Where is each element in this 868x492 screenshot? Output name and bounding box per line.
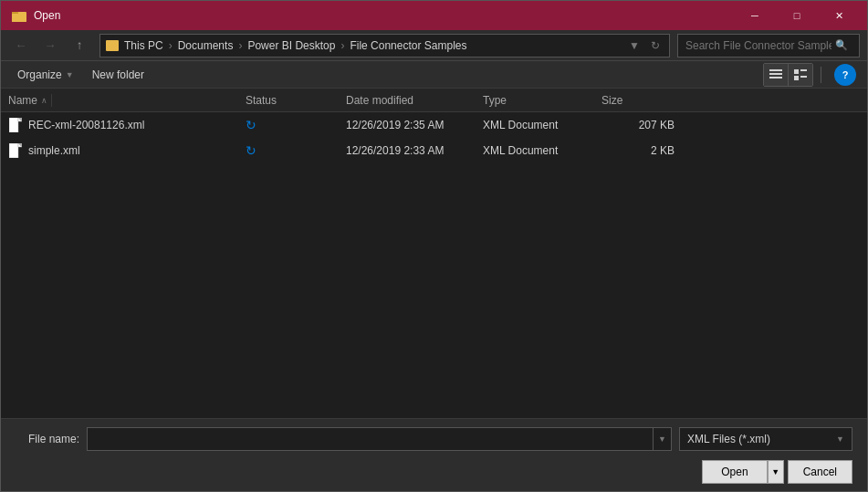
file-area: Name ∧ Status Date modified Type Size [1,89,867,418]
maximize-button[interactable]: □ [776,1,818,30]
svg-rect-2 [12,14,26,22]
breadcrumb-this-pc: This PC [124,39,163,52]
xml-file-icon [9,118,22,132]
back-button[interactable]: ← [8,34,34,58]
file-list: REC-xml-20081126.xml ↻ 12/26/2019 2:35 A… [1,112,867,418]
details-view-button[interactable] [789,64,812,86]
file-name-2: simple.xml [28,144,246,157]
breadcrumb-documents: Documents [178,39,234,52]
new-folder-button[interactable]: New folder [87,67,150,83]
svg-rect-5 [769,77,782,79]
svg-rect-10 [9,118,18,132]
sync-icon-1: ↻ [246,118,256,132]
svg-rect-9 [800,76,807,78]
search-input[interactable] [685,39,831,52]
file-icon-2 [8,143,23,158]
col-divider-1 [51,94,52,107]
filename-input[interactable] [88,428,653,450]
filename-label: File name: [16,433,79,445]
search-box[interactable]: 🔍 [677,34,860,58]
svg-rect-3 [769,69,782,71]
action-bar-divider [821,67,821,83]
organize-chevron-icon: ▼ [66,70,74,79]
close-button[interactable]: ✕ [818,1,860,30]
buttons-row: Open ▼ Cancel [16,460,852,484]
svg-rect-6 [794,69,799,74]
view-toggle-group [763,63,813,87]
refresh-button[interactable]: ↻ [647,39,664,52]
breadcrumb-samples: File Connector Samples [350,39,466,52]
breadcrumb-bar[interactable]: This PC › Documents › Power BI Desktop ›… [99,34,670,58]
file-header: Name ∧ Status Date modified Type Size [1,89,867,112]
action-bar: Organize ▼ New folder [1,61,867,89]
col-header-size[interactable]: Size [601,94,675,107]
filetype-select[interactable]: XML Files (*.xml) ▼ [679,427,852,451]
details-view-icon [794,69,807,80]
filetype-text: XML Files (*.xml) [687,433,770,445]
breadcrumb-dropdown[interactable]: ▼ [625,39,643,52]
folder-icon [106,40,119,51]
title-controls: ─ □ ✕ [734,1,860,30]
table-row[interactable]: REC-xml-20081126.xml ↻ 12/26/2019 2:35 A… [1,112,867,138]
filename-input-wrap: ▼ [87,427,672,451]
filename-row: File name: ▼ XML Files (*.xml) ▼ [16,427,852,451]
svg-rect-8 [794,76,799,80]
file-date-2: 12/26/2019 2:33 AM [346,144,483,157]
filetype-chevron-icon: ▼ [836,434,844,444]
filename-dropdown-button[interactable]: ▼ [653,428,671,450]
forward-button[interactable]: → [37,34,63,58]
col-header-name[interactable]: Name ∧ [8,94,246,107]
title-bar: Open ─ □ ✕ [1,1,867,30]
open-button[interactable]: Open [702,460,767,484]
minimize-button[interactable]: ─ [734,1,776,30]
file-type-2: XML Document [483,144,601,157]
col-header-type[interactable]: Type [483,94,601,107]
organize-button[interactable]: Organize ▼ [12,67,79,83]
file-size-1: 207 KB [601,119,675,131]
cancel-button[interactable]: Cancel [788,460,852,484]
sort-arrow-icon: ∧ [41,96,47,105]
file-type-1: XML Document [483,119,601,131]
svg-rect-7 [800,69,807,71]
table-row[interactable]: simple.xml ↻ 12/26/2019 2:33 AM XML Docu… [1,138,867,163]
title-folder-icon [12,9,26,22]
list-view-icon [769,69,782,80]
file-status-1: ↻ [246,118,346,132]
open-dialog: Open ─ □ ✕ ← → ↑ This PC › Documents › P… [0,0,868,492]
xml-file-icon-2 [9,143,22,158]
bottom-bar: File name: ▼ XML Files (*.xml) ▼ Open ▼ … [1,418,867,491]
file-icon-1 [8,118,23,132]
open-dropdown-button[interactable]: ▼ [768,460,784,484]
help-button[interactable]: ? [834,64,856,86]
file-status-2: ↻ [246,143,346,158]
dialog-title: Open [34,9,60,22]
up-button[interactable]: ↑ [67,34,92,58]
file-name-1: REC-xml-20081126.xml [28,119,246,131]
svg-rect-4 [769,73,782,75]
sync-icon-2: ↻ [246,143,256,158]
list-view-button[interactable] [764,64,788,86]
action-bar-right: ? [763,63,856,87]
file-size-2: 2 KB [601,144,675,157]
open-button-group: Open ▼ [702,460,783,484]
title-bar-left: Open [12,9,60,22]
col-header-date[interactable]: Date modified [346,94,483,107]
svg-rect-13 [9,143,18,158]
search-icon: 🔍 [835,39,848,51]
breadcrumb-power-bi: Power BI Desktop [247,39,335,52]
col-header-status[interactable]: Status [246,94,346,107]
nav-toolbar: ← → ↑ This PC › Documents › Power BI Des… [1,30,867,61]
file-date-1: 12/26/2019 2:35 AM [346,119,483,131]
